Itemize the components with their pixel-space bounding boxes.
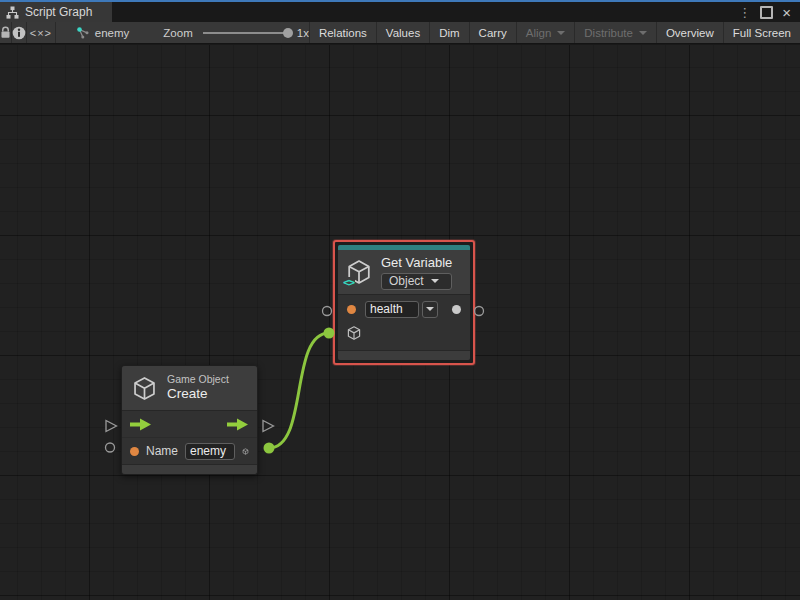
lock-icon: [0, 26, 11, 39]
node-title: Create: [167, 386, 229, 403]
variable-picker-dropdown[interactable]: [422, 301, 438, 318]
script-graph-window: Script Graph ⋮ × <×>: [0, 0, 800, 600]
gameobject-output-cube-icon[interactable]: [242, 443, 249, 460]
code-view-button[interactable]: <×>: [27, 22, 56, 43]
align-button[interactable]: Align: [516, 22, 575, 43]
dim-button[interactable]: Dim: [429, 22, 468, 43]
target-object-row: [338, 323, 470, 343]
name-parameter-row: Name: [122, 438, 257, 464]
node-footer: [338, 350, 470, 360]
node-create-game-object[interactable]: Game Object Create Name: [121, 365, 258, 475]
string-port-icon[interactable]: [347, 305, 356, 314]
title-bar: Script Graph ⋮ ×: [0, 2, 800, 22]
zoom-control: Zoom 1x: [163, 22, 309, 43]
node-header[interactable]: Game Object Create: [122, 366, 257, 411]
chevron-down-icon: [557, 31, 565, 35]
graph-hierarchy-icon: [6, 6, 19, 19]
variable-brackets-icon: <>: [342, 277, 355, 288]
fullscreen-button[interactable]: Full Screen: [723, 22, 800, 43]
lock-button[interactable]: [0, 22, 12, 43]
flow-ports-row: [122, 411, 257, 438]
string-port-icon[interactable]: [130, 447, 139, 456]
carry-button[interactable]: Carry: [469, 22, 516, 43]
flow-output-arrow-icon[interactable]: [227, 418, 249, 431]
window-menu-icon[interactable]: ⋮: [738, 6, 751, 19]
tab-script-graph[interactable]: Script Graph: [0, 2, 112, 22]
node-title: Get Variable: [381, 255, 452, 270]
node-header[interactable]: <> Get Variable Object: [338, 250, 470, 295]
graph-reference[interactable]: enemy: [76, 22, 130, 43]
info-icon: [12, 26, 26, 40]
chevron-down-icon: [431, 279, 439, 283]
tab-title: Script Graph: [25, 5, 92, 19]
distribute-button[interactable]: Distribute: [574, 22, 656, 43]
window-controls: ⋮ ×: [738, 2, 800, 22]
graph-toolbar: <×> enemy Zoom 1x Relations Values Dim C…: [0, 22, 800, 44]
node-body: <> Get Variable Object: [338, 245, 470, 360]
relations-button[interactable]: Relations: [309, 22, 376, 43]
chevron-down-icon: [639, 31, 647, 35]
zoom-slider-handle[interactable]: [283, 28, 293, 38]
node-body-spacer: [338, 343, 470, 350]
name-value-input[interactable]: [185, 443, 235, 460]
close-icon[interactable]: ×: [782, 5, 791, 20]
target-object-cube-icon[interactable]: [346, 325, 362, 341]
node-subtitle: Game Object: [167, 373, 229, 386]
code-toggle-icon: <×>: [30, 27, 52, 39]
values-button[interactable]: Values: [376, 22, 429, 43]
zoom-value: 1x: [297, 27, 309, 39]
game-object-cube-icon: [131, 375, 158, 402]
graph-name-label: enemy: [95, 27, 130, 39]
maximize-icon[interactable]: [760, 6, 773, 19]
graph-node-icon: [76, 26, 90, 40]
inspect-button[interactable]: [12, 22, 27, 43]
param-label: Name: [146, 444, 178, 458]
node-get-variable[interactable]: <> Get Variable Object: [333, 240, 475, 365]
overview-button[interactable]: Overview: [656, 22, 723, 43]
chevron-down-icon: [426, 307, 434, 311]
value-output-port-icon[interactable]: [452, 305, 461, 314]
variable-name-row: [338, 295, 470, 323]
node-footer: [122, 464, 257, 474]
variable-name-input[interactable]: [365, 301, 419, 318]
variable-cube-icon: <>: [345, 258, 373, 286]
zoom-label: Zoom: [163, 27, 192, 39]
zoom-slider[interactable]: [203, 32, 291, 34]
variable-scope-dropdown[interactable]: Object: [381, 273, 452, 290]
flow-input-arrow-icon[interactable]: [130, 418, 152, 431]
toolbar-buttons: Relations Values Dim Carry Align Distrib…: [309, 22, 800, 43]
